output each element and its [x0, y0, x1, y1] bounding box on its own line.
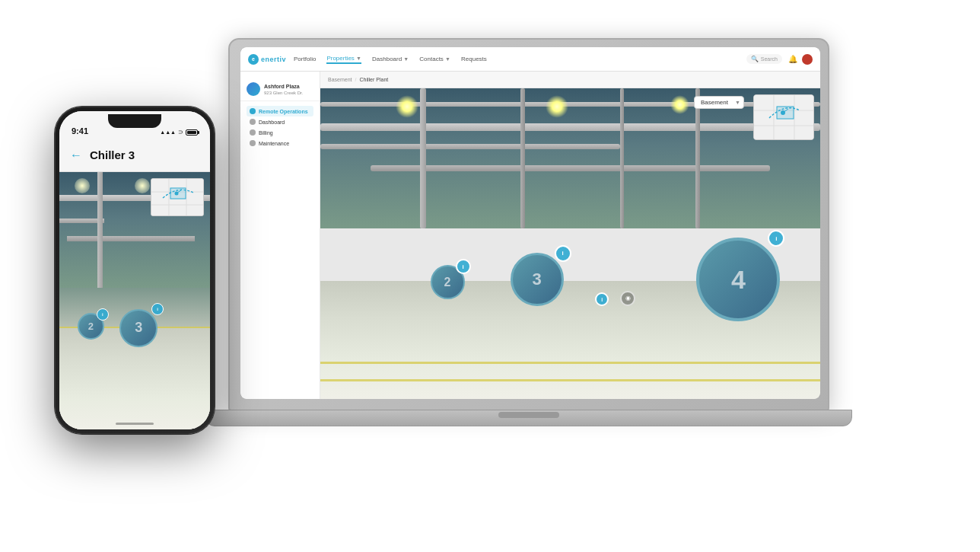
chiller-2-badge[interactable]: i — [456, 259, 471, 274]
phone: 9:41 ▲▲▲ ⊃ ← Chiller 3 — [55, 107, 215, 434]
page: e enertiv Portfolio Properties ▼ Dashboa… — [0, 0, 980, 552]
pipe-vertical-1 — [420, 88, 426, 228]
nav-properties[interactable]: Properties ▼ — [326, 55, 361, 64]
phone-chiller-3-group: 3 i — [119, 309, 158, 347]
sidebar-item-dashboard[interactable]: Dashboard — [247, 116, 313, 127]
phone-screen: 9:41 ▲▲▲ ⊃ ← Chiller 3 — [59, 111, 210, 429]
phone-home-indicator[interactable] — [116, 423, 154, 425]
back-button[interactable]: ← — [70, 148, 82, 162]
phone-chiller-2-group: 2 i — [78, 313, 104, 340]
breadcrumb-separator: / — [355, 77, 357, 82]
laptop-screen-bezel: e enertiv Portfolio Properties ▼ Dashboa… — [240, 47, 820, 399]
pipe-horizontal-2 — [320, 144, 620, 149]
phone-panorama[interactable]: 2 i 3 i — [59, 172, 210, 429]
laptop: e enertiv Portfolio Properties ▼ Dashboa… — [228, 38, 829, 442]
phone-minimap-svg — [151, 179, 204, 216]
nav-requests[interactable]: Requests — [461, 56, 487, 62]
user-avatar[interactable] — [802, 54, 813, 65]
minimap-svg — [754, 95, 814, 140]
phone-light-2 — [135, 178, 150, 193]
floor-stripe-2 — [320, 379, 820, 381]
sidebar-item-billing[interactable]: Billing — [247, 127, 313, 138]
property-name: Ashford Plaza — [264, 83, 303, 90]
wifi-icon: ⊃ — [178, 129, 183, 136]
nav-portfolio[interactable]: Portfolio — [294, 56, 316, 62]
billing-icon — [250, 129, 256, 136]
property-address: 923 Glen Creek Dr. — [264, 91, 303, 95]
floor-stripe-1 — [320, 362, 820, 364]
nav-items: Portfolio Properties ▼ Dashboard ▼ Conta… — [294, 55, 746, 64]
phone-pipe-h3 — [67, 236, 195, 241]
logo-text: enertiv — [261, 56, 286, 63]
signal-icon: ▲▲▲ — [160, 129, 176, 135]
sidebar-label-maintenance: Maintenance — [259, 141, 289, 146]
sidebar-label-remote-ops: Remote Operations — [259, 109, 308, 114]
phone-chiller-3: 3 — [119, 309, 158, 347]
app-logo: e enertiv — [248, 54, 286, 65]
floor-select-chevron: ▼ — [735, 100, 740, 105]
laptop-screen: e enertiv Portfolio Properties ▼ Dashboa… — [240, 47, 820, 399]
battery-icon — [186, 129, 198, 136]
ceiling-light-3 — [670, 95, 689, 114]
phone-pano-background: 2 i 3 i — [59, 172, 210, 429]
pipe-vertical-2 — [520, 88, 525, 228]
nav-contacts[interactable]: Contacts ▼ — [419, 56, 450, 62]
floor-indicator: ◉ — [620, 291, 635, 306]
sidebar-property: Ashford Plaza 923 Glen Creek Dr. — [240, 78, 320, 101]
floor-nav-icon[interactable]: ◉ — [620, 291, 635, 306]
app-main: Basement / Chiller Plant — [320, 72, 820, 399]
sidebar-item-maintenance[interactable]: Maintenance — [247, 138, 313, 148]
chiller-4-body: 4 — [696, 238, 780, 321]
phone-minimap[interactable] — [151, 178, 204, 216]
ceiling-light-1 — [396, 95, 418, 118]
sidebar-label-dashboard: Dashboard — [259, 120, 285, 125]
breadcrumb: Basement / Chiller Plant — [320, 72, 820, 88]
phone-chiller-3-tag[interactable]: i — [151, 303, 164, 315]
pipe-vertical-4 — [695, 88, 700, 228]
pipe-horizontal-3 — [371, 165, 771, 171]
phone-pipe-v1 — [97, 172, 103, 288]
chiller-4-group: 4 i — [696, 238, 780, 321]
chiller-3-body: 3 — [511, 253, 564, 306]
breadcrumb-part-2: Chiller Plant — [359, 77, 388, 82]
remote-ops-icon — [250, 108, 256, 114]
app-navbar: e enertiv Portfolio Properties ▼ Dashboa… — [240, 47, 820, 72]
minimap[interactable] — [753, 94, 814, 140]
app-content: Ashford Plaza 923 Glen Creek Dr. Remote … — [240, 72, 820, 399]
property-avatar — [247, 82, 260, 96]
phone-status-icons: ▲▲▲ ⊃ — [160, 129, 198, 136]
maintenance-icon — [250, 140, 256, 146]
laptop-base — [205, 410, 852, 426]
phone-notch — [108, 114, 161, 128]
ceiling-light-2 — [546, 95, 568, 118]
logo-icon: e — [248, 54, 259, 65]
floor-select[interactable]: Basement ▼ — [694, 96, 744, 109]
search-placeholder: Search — [761, 56, 778, 62]
search-icon: 🔍 — [751, 56, 759, 62]
app-sidebar: Ashford Plaza 923 Glen Creek Dr. Remote … — [240, 72, 320, 399]
breadcrumb-part-1: Basement — [328, 77, 352, 82]
chiller-4-badge[interactable]: i — [768, 230, 784, 247]
battery-fill — [187, 131, 196, 134]
sidebar-section: Remote Operations Dashboard Billing — [240, 101, 320, 153]
search-bar[interactable]: 🔍 Search — [746, 54, 782, 64]
notification-bell-icon[interactable]: 🔔 — [788, 55, 797, 63]
dashboard-icon — [250, 119, 256, 125]
chiller-3-group: 3 i — [511, 253, 564, 306]
pano-ceiling — [320, 88, 820, 228]
phone-screen-title: Chiller 3 — [90, 148, 135, 161]
nav-dashboard[interactable]: Dashboard ▼ — [372, 56, 409, 62]
sidebar-item-remote-ops[interactable]: Remote Operations — [247, 106, 313, 116]
phone-app-header: ← Chiller 3 — [59, 139, 210, 172]
chiller-2-group: 2 i — [431, 265, 465, 299]
phone-light-1 — [75, 178, 90, 193]
pipe-vertical-3 — [620, 88, 624, 228]
floor-select-value: Basement — [701, 99, 728, 106]
sidebar-label-billing: Billing — [259, 130, 273, 136]
chiller-3-badge[interactable]: i — [555, 245, 571, 262]
laptop-body: e enertiv Portfolio Properties ▼ Dashboa… — [228, 38, 829, 411]
pipe-horizontal-1 — [320, 123, 820, 131]
panorama-container[interactable]: 2 i 3 i — [320, 88, 820, 399]
phone-chiller-2-tag[interactable]: i — [97, 308, 109, 321]
